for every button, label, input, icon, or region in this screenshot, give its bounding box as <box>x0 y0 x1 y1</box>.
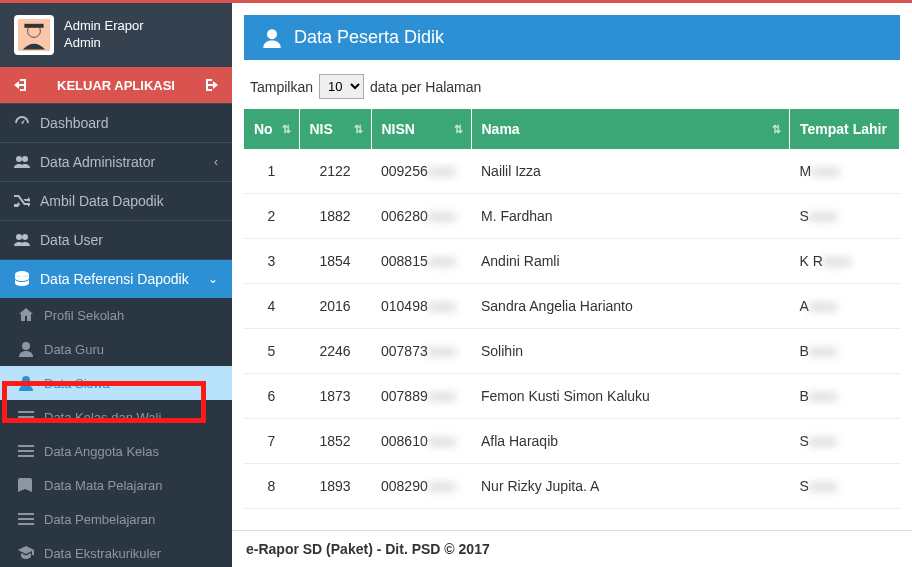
cell-tempat: Bxxxx <box>790 329 900 374</box>
data-table: No⇅ NIS⇅ NISN⇅ Nama⇅ Tempat Lahir 121220… <box>244 109 900 509</box>
cell-nisn: 006280xxxx <box>371 194 471 239</box>
svg-point-7 <box>15 271 29 277</box>
sidebar: Admin Erapor Admin KELUAR APLIKASI Dashb… <box>0 3 232 567</box>
pager-prefix: Tampilkan <box>250 79 313 95</box>
cell-no: 4 <box>244 284 299 329</box>
sub-data-mapel[interactable]: Data Mata Pelajaran <box>0 468 232 502</box>
col-header-nisn[interactable]: NISN⇅ <box>371 109 471 149</box>
nav-ambil-dapodik[interactable]: Ambil Data Dapodik <box>0 182 232 220</box>
main-content: Data Peserta Didik Tampilkan 10 data per… <box>232 3 912 567</box>
cell-nama: Solihin <box>471 329 790 374</box>
nav-data-user[interactable]: Data User <box>0 221 232 259</box>
table-row[interactable]: 21882006280xxxxM. FardhanSxxxx <box>244 194 900 239</box>
col-header-tempat[interactable]: Tempat Lahir <box>790 109 900 149</box>
person-icon <box>262 28 282 48</box>
svg-point-4 <box>22 156 28 162</box>
nav-referensi-dapodik[interactable]: Data Referensi Dapodik ⌄ <box>0 260 232 298</box>
cell-no: 8 <box>244 464 299 509</box>
cell-nisn: 008290xxxx <box>371 464 471 509</box>
table-row[interactable]: 12122009256xxxxNailil IzzaMxxxx <box>244 149 900 194</box>
logout-left-icon <box>14 77 30 93</box>
cell-nis: 1854 <box>299 239 371 284</box>
sub-data-anggota[interactable]: Data Anggota Kelas <box>0 434 232 468</box>
cell-nama: Nur Rizky Jupita. A <box>471 464 790 509</box>
person-icon <box>18 341 34 357</box>
pager-suffix: data per Halaman <box>370 79 481 95</box>
svg-point-9 <box>22 376 30 384</box>
sub-data-kelas[interactable]: Data Kelas dan Wali <box>0 400 232 434</box>
footer-text: e-Rapor SD (Paket) - Dit. PSD © 2017 <box>232 530 912 567</box>
cell-no: 5 <box>244 329 299 374</box>
logout-right-icon <box>202 77 218 93</box>
home-icon <box>18 307 34 323</box>
nav-data-admin[interactable]: Data Administrator ‹ <box>0 143 232 181</box>
nav-menu: Dashboard Data Administrator ‹ Ambil Dat… <box>0 103 232 567</box>
cell-nis: 2016 <box>299 284 371 329</box>
nav-submenu: Profil Sekolah Data Guru Data Siswa Data… <box>0 298 232 567</box>
svg-point-6 <box>22 234 28 240</box>
person-icon <box>18 375 34 391</box>
list-icon <box>18 409 34 425</box>
table-row[interactable]: 31854008815xxxxAndini RamliK Rxxxx <box>244 239 900 284</box>
table-row[interactable]: 42016010498xxxxSandra Angelia HariantoAx… <box>244 284 900 329</box>
panel-header: Data Peserta Didik <box>244 15 900 60</box>
cell-no: 7 <box>244 419 299 464</box>
cell-nisn: 010498xxxx <box>371 284 471 329</box>
table-row[interactable]: 52246007873xxxxSolihinBxxxx <box>244 329 900 374</box>
page-length-select[interactable]: 10 <box>319 74 364 99</box>
cell-nisn: 007873xxxx <box>371 329 471 374</box>
cell-tempat: Sxxxx <box>790 194 900 239</box>
cell-nis: 2122 <box>299 149 371 194</box>
cell-no: 6 <box>244 374 299 419</box>
cell-no: 1 <box>244 149 299 194</box>
cell-nisn: 008610xxxx <box>371 419 471 464</box>
nav-dashboard[interactable]: Dashboard <box>0 104 232 142</box>
sub-data-guru[interactable]: Data Guru <box>0 332 232 366</box>
col-header-nis[interactable]: NIS⇅ <box>299 109 371 149</box>
cell-tempat: Sxxxx <box>790 464 900 509</box>
cell-no: 2 <box>244 194 299 239</box>
logout-label: KELUAR APLIKASI <box>57 78 175 93</box>
book-icon <box>18 477 34 493</box>
svg-point-10 <box>267 29 277 39</box>
user-panel: Admin Erapor Admin <box>0 3 232 67</box>
database-icon <box>14 271 30 287</box>
cell-nisn: 007889xxxx <box>371 374 471 419</box>
user-name: Admin Erapor <box>64 18 143 35</box>
cell-nama: Nailil Izza <box>471 149 790 194</box>
cell-nama: Femon Kusti Simon Kaluku <box>471 374 790 419</box>
cell-nama: M. Fardhan <box>471 194 790 239</box>
cell-tempat: Bxxxx <box>790 374 900 419</box>
sub-profil-sekolah[interactable]: Profil Sekolah <box>0 298 232 332</box>
user-role: Admin <box>64 35 143 52</box>
svg-point-8 <box>22 342 30 350</box>
sub-data-siswa[interactable]: Data Siswa <box>0 366 232 400</box>
cell-nama: Afla Haraqib <box>471 419 790 464</box>
cell-nis: 2246 <box>299 329 371 374</box>
cell-nama: Andini Ramli <box>471 239 790 284</box>
col-header-no[interactable]: No⇅ <box>244 109 299 149</box>
cell-no: 3 <box>244 239 299 284</box>
table-row[interactable]: 81893008290xxxxNur Rizky Jupita. ASxxxx <box>244 464 900 509</box>
cell-nis: 1893 <box>299 464 371 509</box>
avatar <box>14 15 54 55</box>
cell-nis: 1852 <box>299 419 371 464</box>
logout-button[interactable]: KELUAR APLIKASI <box>0 67 232 103</box>
dashboard-icon <box>14 115 30 131</box>
cell-nisn: 009256xxxx <box>371 149 471 194</box>
sub-data-ekskul[interactable]: Data Ekstrakurikuler <box>0 536 232 567</box>
table-row[interactable]: 71852008610xxxxAfla HaraqibSxxxx <box>244 419 900 464</box>
cell-tempat: Axxxx <box>790 284 900 329</box>
table-row[interactable]: 61873007889xxxxFemon Kusti Simon KalukuB… <box>244 374 900 419</box>
sort-icon: ⇅ <box>454 125 463 133</box>
col-header-nama[interactable]: Nama⇅ <box>471 109 790 149</box>
sort-icon: ⇅ <box>282 125 291 133</box>
panel-title: Data Peserta Didik <box>294 27 444 48</box>
users-icon <box>14 232 30 248</box>
page-length-control: Tampilkan 10 data per Halaman <box>250 74 900 99</box>
svg-point-5 <box>16 234 22 240</box>
sub-data-pembelajaran[interactable]: Data Pembelajaran <box>0 502 232 536</box>
chevron-left-icon: ‹ <box>214 155 218 169</box>
graduation-icon <box>18 545 34 561</box>
cell-nama: Sandra Angelia Harianto <box>471 284 790 329</box>
